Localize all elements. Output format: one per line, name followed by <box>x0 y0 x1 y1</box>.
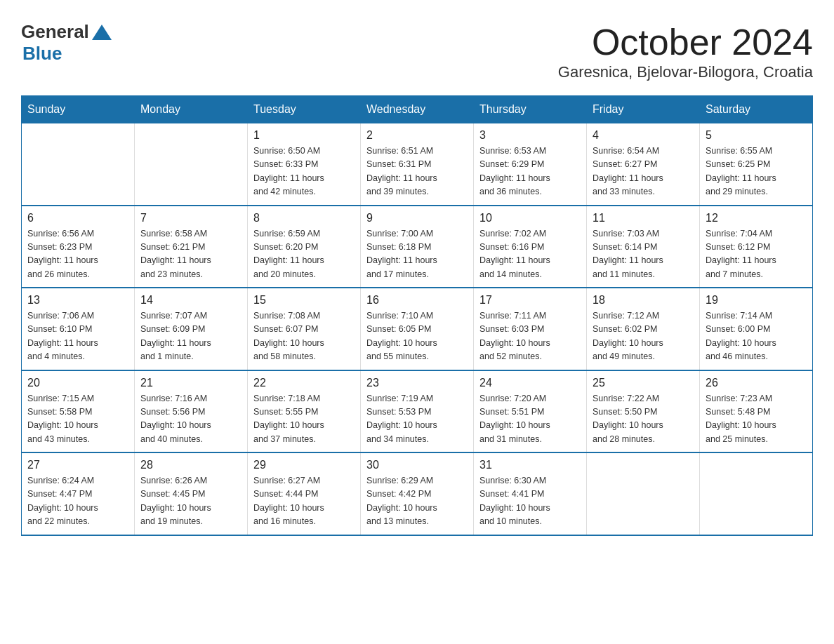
day-info: Sunrise: 7:12 AMSunset: 6:02 PMDaylight:… <box>593 309 694 364</box>
calendar-table: SundayMondayTuesdayWednesdayThursdayFrid… <box>21 95 813 536</box>
day-info: Sunrise: 6:56 AMSunset: 6:23 PMDaylight:… <box>27 227 128 282</box>
day-info: Sunrise: 7:10 AMSunset: 6:05 PMDaylight:… <box>366 309 468 364</box>
calendar-cell: 23Sunrise: 7:19 AMSunset: 5:53 PMDayligh… <box>361 370 474 453</box>
calendar-cell: 10Sunrise: 7:02 AMSunset: 6:16 PMDayligh… <box>474 206 587 288</box>
calendar-cell <box>22 123 135 206</box>
logo-text-blue: Blue <box>22 43 62 64</box>
header-row: SundayMondayTuesdayWednesdayThursdayFrid… <box>22 96 813 123</box>
header-day-sunday: Sunday <box>22 96 135 123</box>
day-info: Sunrise: 6:54 AMSunset: 6:27 PMDaylight:… <box>593 145 694 199</box>
header-day-wednesday: Wednesday <box>361 96 474 123</box>
day-info: Sunrise: 7:19 AMSunset: 5:53 PMDaylight:… <box>366 392 468 447</box>
day-info: Sunrise: 7:22 AMSunset: 5:50 PMDaylight:… <box>593 392 694 447</box>
header-day-monday: Monday <box>135 96 248 123</box>
calendar-cell: 29Sunrise: 6:27 AMSunset: 4:44 PMDayligh… <box>248 452 361 535</box>
calendar-cell <box>700 452 813 535</box>
day-number: 5 <box>706 129 807 142</box>
day-number: 9 <box>366 212 468 224</box>
day-number: 6 <box>27 212 128 224</box>
calendar-cell: 5Sunrise: 6:55 AMSunset: 6:25 PMDaylight… <box>700 123 813 206</box>
header-day-saturday: Saturday <box>700 96 813 123</box>
calendar-cell <box>587 452 700 535</box>
day-info: Sunrise: 7:00 AMSunset: 6:18 PMDaylight:… <box>366 227 468 282</box>
header-day-tuesday: Tuesday <box>248 96 361 123</box>
day-info: Sunrise: 6:51 AMSunset: 6:31 PMDaylight:… <box>366 145 468 199</box>
day-number: 12 <box>706 212 807 224</box>
day-number: 14 <box>140 294 241 307</box>
calendar-cell: 11Sunrise: 7:03 AMSunset: 6:14 PMDayligh… <box>587 206 700 288</box>
day-info: Sunrise: 7:18 AMSunset: 5:55 PMDaylight:… <box>253 392 355 447</box>
day-number: 18 <box>593 294 694 307</box>
logo-triangles <box>92 25 112 40</box>
day-info: Sunrise: 6:24 AMSunset: 4:47 PMDaylight:… <box>27 474 128 529</box>
calendar-cell: 31Sunrise: 6:30 AMSunset: 4:41 PMDayligh… <box>474 452 587 535</box>
day-info: Sunrise: 7:03 AMSunset: 6:14 PMDaylight:… <box>593 227 694 282</box>
day-info: Sunrise: 7:06 AMSunset: 6:10 PMDaylight:… <box>27 309 128 364</box>
calendar-cell: 9Sunrise: 7:00 AMSunset: 6:18 PMDaylight… <box>361 206 474 288</box>
calendar-week-3: 13Sunrise: 7:06 AMSunset: 6:10 PMDayligh… <box>22 288 813 370</box>
svg-marker-0 <box>92 25 102 40</box>
day-number: 23 <box>366 377 468 389</box>
day-info: Sunrise: 6:27 AMSunset: 4:44 PMDaylight:… <box>253 474 355 529</box>
calendar-cell: 14Sunrise: 7:07 AMSunset: 6:09 PMDayligh… <box>135 288 248 370</box>
calendar-cell: 15Sunrise: 7:08 AMSunset: 6:07 PMDayligh… <box>248 288 361 370</box>
day-number: 28 <box>140 459 241 471</box>
calendar-cell: 21Sunrise: 7:16 AMSunset: 5:56 PMDayligh… <box>135 370 248 453</box>
day-number: 15 <box>253 294 355 307</box>
calendar-title: October 2024 <box>558 21 813 63</box>
header: General Blue October 2024 Garesnica, Bje… <box>21 21 813 81</box>
day-number: 13 <box>27 294 128 307</box>
day-number: 4 <box>593 129 694 142</box>
calendar-week-2: 6Sunrise: 6:56 AMSunset: 6:23 PMDaylight… <box>22 206 813 288</box>
day-info: Sunrise: 7:08 AMSunset: 6:07 PMDaylight:… <box>253 309 355 364</box>
calendar-cell: 13Sunrise: 7:06 AMSunset: 6:10 PMDayligh… <box>22 288 135 370</box>
calendar-cell: 27Sunrise: 6:24 AMSunset: 4:47 PMDayligh… <box>22 452 135 535</box>
day-info: Sunrise: 6:59 AMSunset: 6:20 PMDaylight:… <box>253 227 355 282</box>
day-number: 25 <box>593 377 694 389</box>
day-info: Sunrise: 7:20 AMSunset: 5:51 PMDaylight:… <box>479 392 581 447</box>
calendar-cell: 2Sunrise: 6:51 AMSunset: 6:31 PMDaylight… <box>361 123 474 206</box>
calendar-cell: 1Sunrise: 6:50 AMSunset: 6:33 PMDaylight… <box>248 123 361 206</box>
day-number: 19 <box>706 294 807 307</box>
day-number: 2 <box>366 129 468 142</box>
calendar-body: 1Sunrise: 6:50 AMSunset: 6:33 PMDaylight… <box>22 123 813 535</box>
calendar-cell: 4Sunrise: 6:54 AMSunset: 6:27 PMDaylight… <box>587 123 700 206</box>
calendar-cell: 7Sunrise: 6:58 AMSunset: 6:21 PMDaylight… <box>135 206 248 288</box>
calendar-cell: 30Sunrise: 6:29 AMSunset: 4:42 PMDayligh… <box>361 452 474 535</box>
day-number: 20 <box>27 377 128 389</box>
day-info: Sunrise: 7:23 AMSunset: 5:48 PMDaylight:… <box>706 392 807 447</box>
day-number: 31 <box>479 459 581 471</box>
day-number: 24 <box>479 377 581 389</box>
calendar-cell: 26Sunrise: 7:23 AMSunset: 5:48 PMDayligh… <box>700 370 813 453</box>
day-info: Sunrise: 6:30 AMSunset: 4:41 PMDaylight:… <box>479 474 581 529</box>
day-number: 21 <box>140 377 241 389</box>
day-info: Sunrise: 6:29 AMSunset: 4:42 PMDaylight:… <box>366 474 468 529</box>
title-area: October 2024 Garesnica, Bjelovar-Bilogor… <box>558 21 813 81</box>
day-info: Sunrise: 7:04 AMSunset: 6:12 PMDaylight:… <box>706 227 807 282</box>
day-number: 10 <box>479 212 581 224</box>
day-info: Sunrise: 7:15 AMSunset: 5:58 PMDaylight:… <box>27 392 128 447</box>
calendar-cell: 22Sunrise: 7:18 AMSunset: 5:55 PMDayligh… <box>248 370 361 453</box>
calendar-cell: 20Sunrise: 7:15 AMSunset: 5:58 PMDayligh… <box>22 370 135 453</box>
calendar-week-5: 27Sunrise: 6:24 AMSunset: 4:47 PMDayligh… <box>22 452 813 535</box>
calendar-cell <box>135 123 248 206</box>
day-number: 8 <box>253 212 355 224</box>
day-info: Sunrise: 6:53 AMSunset: 6:29 PMDaylight:… <box>479 145 581 199</box>
day-info: Sunrise: 7:14 AMSunset: 6:00 PMDaylight:… <box>706 309 807 364</box>
calendar-week-4: 20Sunrise: 7:15 AMSunset: 5:58 PMDayligh… <box>22 370 813 453</box>
header-day-thursday: Thursday <box>474 96 587 123</box>
day-number: 17 <box>479 294 581 307</box>
day-info: Sunrise: 7:07 AMSunset: 6:09 PMDaylight:… <box>140 309 241 364</box>
calendar-cell: 28Sunrise: 6:26 AMSunset: 4:45 PMDayligh… <box>135 452 248 535</box>
calendar-cell: 24Sunrise: 7:20 AMSunset: 5:51 PMDayligh… <box>474 370 587 453</box>
day-info: Sunrise: 6:58 AMSunset: 6:21 PMDaylight:… <box>140 227 241 282</box>
day-number: 29 <box>253 459 355 471</box>
calendar-cell: 6Sunrise: 6:56 AMSunset: 6:23 PMDaylight… <box>22 206 135 288</box>
day-number: 26 <box>706 377 807 389</box>
day-info: Sunrise: 7:11 AMSunset: 6:03 PMDaylight:… <box>479 309 581 364</box>
day-number: 22 <box>253 377 355 389</box>
calendar-cell: 17Sunrise: 7:11 AMSunset: 6:03 PMDayligh… <box>474 288 587 370</box>
logo: General Blue <box>21 21 112 65</box>
calendar-subtitle: Garesnica, Bjelovar-Bilogora, Croatia <box>558 63 813 81</box>
calendar-cell: 3Sunrise: 6:53 AMSunset: 6:29 PMDaylight… <box>474 123 587 206</box>
